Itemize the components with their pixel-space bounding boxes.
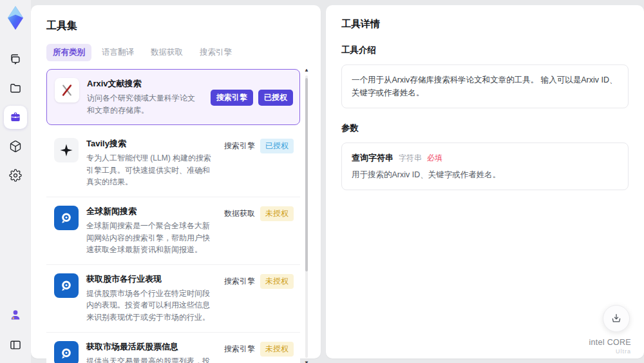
scroll-down-icon[interactable]: ▼ xyxy=(304,360,309,363)
tool-description: 全球新闻搜索是一个聚合全球各大新闻网站内容的搜索引擎，帮助用户快速获取全球最新资… xyxy=(86,220,213,256)
tool-list: Arxiv文献搜索 访问各个研究领域大量科学论文和文章的存储库。 搜索引擎 已授… xyxy=(46,69,310,363)
tab-3[interactable]: 搜索引擎 xyxy=(193,44,238,61)
user-avatar[interactable] xyxy=(4,303,27,326)
avatar-icon xyxy=(9,308,22,321)
tool-card[interactable]: 获取股市各行业表现 提供股票市场各个行业在特定时间段内的表现。投资者可以利用这些… xyxy=(46,265,300,333)
intel-core-badge: intel CORE Ultra xyxy=(589,338,631,355)
tool-name: 获取市场最活跃股票信息 xyxy=(86,341,213,353)
tool-status-badge: 已授权 xyxy=(260,139,294,153)
toolbox-icon xyxy=(9,111,22,124)
param-name: 查询字符串 xyxy=(352,152,393,164)
tool-name: 全球新闻搜索 xyxy=(86,206,213,217)
params-heading: 参数 xyxy=(341,123,629,134)
param-required-badge: 必填 xyxy=(427,153,442,164)
tab-0[interactable]: 所有类别 xyxy=(46,44,91,61)
scroll-up-icon[interactable]: ▲ xyxy=(304,69,309,73)
chat-icon xyxy=(9,53,22,66)
download-button[interactable] xyxy=(603,305,630,332)
tool-description: 提供股票市场各个行业在特定时间段内的表现。投资者可以利用这些信息来识别表现优于或… xyxy=(86,288,213,324)
app-logo-icon xyxy=(5,5,26,31)
scrollbar-thumb[interactable] xyxy=(305,78,308,271)
intel-ultra-label: Ultra xyxy=(589,348,631,355)
intel-core-logo: intel CORE xyxy=(589,338,631,348)
tool-status-badge: 已授权 xyxy=(258,90,293,106)
tool-cards: Arxiv文献搜索 访问各个研究领域大量科学论文和文章的存储库。 搜索引擎 已授… xyxy=(46,69,300,363)
tool-card[interactable]: Tavily搜索 专为人工智能代理 (LLM) 构建的搜索引擎工具。可快速提供实… xyxy=(46,130,300,197)
juhe-icon xyxy=(54,341,79,363)
scrollbar[interactable]: ▲ ▼ xyxy=(303,69,310,363)
tool-description: 专为人工智能代理 (LLM) 构建的搜索引擎工具。可快速提供实时、准确和真实的结… xyxy=(86,152,213,188)
collapse-sidebar-button[interactable] xyxy=(4,333,27,357)
tab-1[interactable]: 语言翻译 xyxy=(95,44,140,61)
tool-card[interactable]: 获取市场最活跃股票信息 提供当天交易量最高的股票列表，投资者可以利用这些信息来识… xyxy=(46,333,300,363)
sidebar xyxy=(0,0,31,363)
tavily-icon xyxy=(54,138,79,162)
tool-status-badge: 未授权 xyxy=(260,274,294,289)
category-tabs: 所有类别语言翻译数据获取搜索引擎 xyxy=(46,44,310,61)
tool-name: Tavily搜索 xyxy=(86,138,213,150)
tool-category-badge: 数据获取 xyxy=(224,208,255,219)
package-icon xyxy=(9,140,22,153)
arxiv-icon xyxy=(55,78,79,103)
tool-status-badge: 未授权 xyxy=(260,206,294,221)
details-title: 工具详情 xyxy=(341,18,629,30)
tool-name: Arxiv文献搜索 xyxy=(87,78,199,90)
toolset-panel: 工具集 所有类别语言翻译数据获取搜索引擎 Arxiv文献搜索 访问各个研究领域大… xyxy=(31,5,321,358)
panel-toggle-icon xyxy=(9,338,22,351)
tool-status-badge: 未授权 xyxy=(260,342,294,357)
tool-category-badge: 搜索引擎 xyxy=(224,276,255,287)
folder-icon xyxy=(9,82,22,95)
settings-icon xyxy=(9,169,22,182)
tool-details-panel: 工具详情 工具介绍 一个用于从Arxiv存储库搜索科学论文和文章的工具。 输入可… xyxy=(326,5,644,358)
tool-description: 提供当天交易量最高的股票列表，投资者可以利用这些信息来识别流动性强的股票和潜在的… xyxy=(86,355,213,363)
parameter-item: 查询字符串 字符串 必填 用于搜索的Arxiv ID、关键字或作者姓名。 xyxy=(341,142,629,190)
tool-category-badge: 搜索引擎 xyxy=(224,141,255,152)
sidebar-item-files[interactable] xyxy=(4,77,27,100)
tool-card[interactable]: 全球新闻搜索 全球新闻搜索是一个聚合全球各大新闻网站内容的搜索引擎，帮助用户快速… xyxy=(46,197,300,265)
param-type: 字符串 xyxy=(399,153,422,164)
sidebar-nav xyxy=(4,48,27,187)
app-window: 工具集 所有类别语言翻译数据获取搜索引擎 Arxiv文献搜索 访问各个研究领域大… xyxy=(0,0,644,363)
sidebar-item-toolbox[interactable] xyxy=(4,106,27,129)
juhe-icon xyxy=(54,206,79,230)
tool-name: 获取股市各行业表现 xyxy=(86,273,213,285)
tab-2[interactable]: 数据获取 xyxy=(144,44,189,61)
intro-heading: 工具介绍 xyxy=(341,44,629,56)
tool-category-badge: 搜索引擎 xyxy=(211,90,253,106)
page-title: 工具集 xyxy=(46,19,310,33)
tool-category-badge: 搜索引擎 xyxy=(224,344,255,355)
juhe-icon xyxy=(54,273,79,298)
sidebar-item-models[interactable] xyxy=(4,135,27,158)
tool-intro-text: 一个用于从Arxiv存储库搜索科学论文和文章的工具。 输入可以是Arxiv ID… xyxy=(341,64,629,108)
param-description: 用于搜索的Arxiv ID、关键字或作者姓名。 xyxy=(352,170,618,181)
sidebar-item-chat[interactable] xyxy=(4,48,27,71)
tool-description: 访问各个研究领域大量科学论文和文章的存储库。 xyxy=(87,92,199,116)
sidebar-bottom xyxy=(4,303,27,357)
tool-card[interactable]: Arxiv文献搜索 访问各个研究领域大量科学论文和文章的存储库。 搜索引擎 已授… xyxy=(46,69,300,125)
sidebar-item-settings[interactable] xyxy=(4,164,27,187)
download-icon xyxy=(611,313,622,324)
